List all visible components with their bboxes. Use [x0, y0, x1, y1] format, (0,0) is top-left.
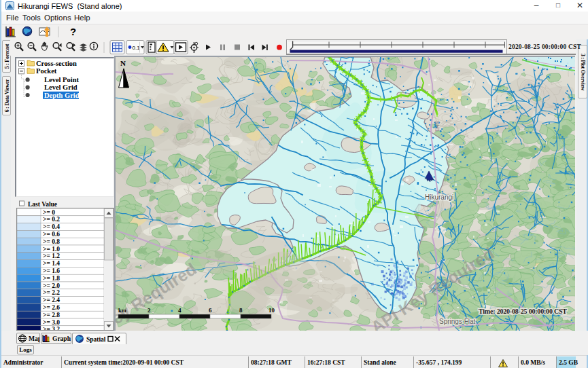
svg-text:>= 0.8: >= 0.8: [43, 238, 60, 245]
svg-text:4: 4: [178, 307, 181, 314]
svg-text:Depth Grid: Depth Grid: [44, 92, 80, 99]
svg-text:km: km: [118, 307, 126, 314]
svg-text:>= 3.2: >= 3.2: [43, 326, 60, 331]
svg-text:Cross-section: Cross-section: [36, 60, 77, 67]
svg-text:>= 2.4: >= 2.4: [43, 297, 60, 303]
svg-text:>= 0.6: >= 0.6: [43, 231, 60, 238]
svg-text:>= 0.2: >= 0.2: [43, 216, 60, 223]
svg-text:Map: Map: [29, 335, 39, 342]
svg-text:Graph: Graph: [52, 335, 71, 342]
svg-text:Springs Flat: Springs Flat: [439, 318, 476, 325]
svg-text:10: 10: [269, 307, 275, 314]
svg-text:Time: 2020-08-25 00:00:00 CST: Time: 2020-08-25 00:00:00 CST: [479, 308, 567, 315]
svg-text:SH1: SH1: [434, 121, 441, 132]
svg-text:0.1: 0.1: [133, 45, 141, 51]
svg-text:>= 1.8: >= 1.8: [43, 275, 60, 282]
svg-text:>= 1.6: >= 1.6: [43, 268, 60, 274]
svg-text:Hikurangi: Hikurangi: [425, 194, 453, 201]
svg-text:>= 2.6: >= 2.6: [43, 304, 60, 311]
svg-text:8: 8: [239, 307, 243, 314]
svg-text:>= 2.8: >= 2.8: [43, 312, 60, 318]
svg-text:>= 2.0: >= 2.0: [43, 282, 60, 289]
svg-text:>= 0: >= 0: [43, 209, 55, 216]
svg-text:>= 3.0: >= 3.0: [43, 319, 60, 326]
svg-text:Spatial: Spatial: [86, 336, 106, 343]
svg-text:Level Point: Level Point: [44, 76, 80, 84]
svg-text:N: N: [120, 59, 126, 67]
svg-text:>= 1.4: >= 1.4: [43, 260, 60, 267]
svg-text:?: ?: [70, 26, 76, 37]
svg-text:>= 2.2: >= 2.2: [43, 289, 60, 296]
svg-text:>= 0.4: >= 0.4: [43, 223, 60, 230]
svg-text:2: 2: [148, 307, 151, 314]
svg-text:Pocket: Pocket: [36, 67, 57, 75]
svg-text:Level Grid: Level Grid: [44, 84, 77, 91]
svg-text:6: 6: [209, 307, 212, 314]
svg-text:>= 1.2: >= 1.2: [43, 253, 60, 259]
svg-text:Last Value: Last Value: [28, 201, 57, 208]
svg-text:>= 1.0: >= 1.0: [43, 246, 60, 253]
